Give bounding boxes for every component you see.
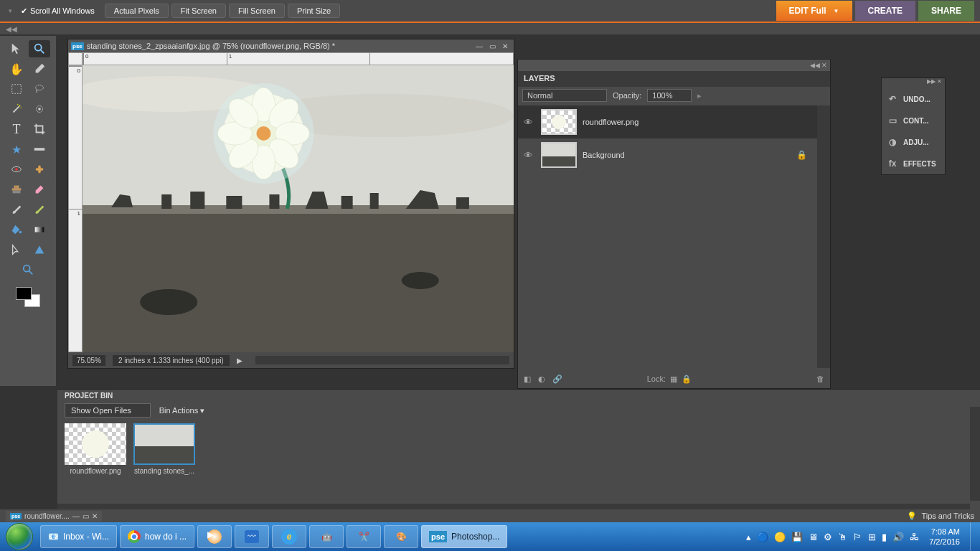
layer-row[interactable]: 👁 Background 🔒 bbox=[518, 138, 817, 171]
tray-icon[interactable]: 🔵 bbox=[757, 532, 768, 542]
print-size-button[interactable]: Print Size bbox=[288, 4, 340, 18]
tray-flag-icon[interactable]: 🏳 bbox=[853, 532, 862, 542]
adjustments-tab[interactable]: ◑ADJU... bbox=[882, 131, 945, 153]
vertical-ruler[interactable]: 01 bbox=[68, 65, 83, 352]
restore-icon[interactable]: ▭ bbox=[83, 512, 89, 520]
show-desktop-button[interactable] bbox=[970, 522, 980, 551]
redeye-tool[interactable] bbox=[6, 161, 27, 178]
hand-tool[interactable]: ✋ bbox=[6, 60, 27, 77]
panel-close-icon[interactable]: ✕ bbox=[821, 62, 827, 69]
taskbar-item-app1[interactable]: 〰 bbox=[235, 525, 269, 548]
layer-row[interactable]: 👁 roundflower.png bbox=[518, 105, 817, 138]
taskbar-item-outlook[interactable]: 📧Inbox - Wi... bbox=[40, 525, 117, 548]
tray-expand-icon[interactable]: ▴ bbox=[746, 532, 751, 542]
cookie-cutter-tool[interactable]: ★ bbox=[6, 141, 27, 158]
scroll-all-checkbox[interactable]: ✔ Scroll All Windows bbox=[18, 6, 102, 16]
adjustment-layer-icon[interactable]: ◐ bbox=[538, 375, 545, 384]
eyedropper-tool[interactable] bbox=[29, 60, 50, 77]
minimize-icon[interactable]: — bbox=[473, 41, 485, 51]
visibility-icon[interactable]: 👁 bbox=[521, 150, 535, 161]
lasso-tool[interactable] bbox=[29, 80, 50, 98]
bin-vertical-scrollbar[interactable] bbox=[970, 407, 980, 501]
actual-pixels-button[interactable]: Actual Pixels bbox=[105, 4, 169, 18]
move-tool[interactable] bbox=[6, 40, 27, 57]
type-tool[interactable]: T bbox=[6, 121, 27, 138]
content-tab[interactable]: ▭CONT... bbox=[882, 110, 945, 131]
lock-all-icon[interactable]: 🔒 bbox=[682, 375, 692, 384]
layer-name[interactable]: Background bbox=[583, 151, 791, 159]
lock-transparent-icon[interactable]: ▦ bbox=[670, 375, 677, 384]
layers-scrollbar[interactable] bbox=[817, 105, 830, 368]
undo-history-tab[interactable]: ↶UNDO... bbox=[882, 88, 945, 110]
tray-icon[interactable]: 🟡 bbox=[774, 532, 786, 542]
link-layers-icon[interactable]: 🔗 bbox=[552, 375, 562, 384]
zoom-field[interactable]: 75.05% bbox=[72, 355, 105, 366]
opacity-menu-icon[interactable]: ▸ bbox=[697, 91, 702, 100]
ruler-origin[interactable] bbox=[68, 52, 83, 65]
panel-collapse-icon[interactable]: ◀◀ bbox=[810, 62, 820, 69]
healing-brush-tool[interactable] bbox=[29, 161, 50, 178]
doc-info[interactable]: 2 inches x 1.333 inches (400 ppi) bbox=[113, 355, 230, 366]
clone-stamp-tool[interactable] bbox=[6, 181, 27, 198]
layer-name[interactable]: roundflower.png bbox=[583, 118, 814, 126]
layer-thumbnail[interactable] bbox=[541, 109, 577, 135]
color-picker[interactable] bbox=[16, 287, 40, 307]
tray-volume-icon[interactable]: 🔊 bbox=[892, 532, 904, 542]
blend-mode-select[interactable]: Normal bbox=[522, 89, 607, 102]
bin-actions-menu[interactable]: Bin Actions ▾ bbox=[159, 406, 204, 415]
min-icon[interactable]: — bbox=[72, 512, 80, 520]
document-titlebar[interactable]: pse standing stones_2_zpsaaianfgx.jpg @ … bbox=[68, 39, 514, 52]
tray-icon[interactable]: 🖥 bbox=[809, 532, 818, 542]
tray-network-icon[interactable]: 🖧 bbox=[910, 532, 919, 542]
zoom-tool[interactable] bbox=[29, 40, 50, 57]
bin-thumbnail[interactable]: standing stones_... bbox=[133, 423, 195, 475]
maximize-icon[interactable]: ▭ bbox=[486, 41, 498, 51]
arrange-left-icon[interactable]: ◀◀ bbox=[6, 25, 17, 33]
create-button[interactable]: CREATE bbox=[855, 1, 915, 21]
close-icon[interactable]: ✕ bbox=[92, 512, 98, 520]
options-menu-arrow[interactable]: ▾ bbox=[6, 7, 15, 14]
taskbar-clock[interactable]: 7:08 AM7/2/2016 bbox=[925, 527, 964, 547]
info-menu-icon[interactable]: ▶ bbox=[237, 357, 242, 364]
tray-window-icon[interactable]: ⊞ bbox=[868, 532, 876, 542]
minimized-doc-tab[interactable]: pseroundflower.... — ▭ ✕ bbox=[6, 511, 102, 522]
fit-screen-button[interactable]: Fit Screen bbox=[171, 4, 226, 18]
tips-and-tricks[interactable]: 💡Tips and Tricks bbox=[907, 512, 974, 521]
new-layer-icon[interactable]: ◧ bbox=[524, 375, 531, 384]
fill-screen-button[interactable]: Fill Screen bbox=[229, 4, 285, 18]
close-icon[interactable]: ✕ bbox=[499, 41, 511, 51]
crop-tool[interactable] bbox=[29, 121, 50, 138]
edit-full-button[interactable]: EDIT Full▼ bbox=[776, 1, 852, 21]
taskbar-item-snip[interactable]: ✂️ bbox=[347, 525, 381, 548]
taskbar-item-app2[interactable]: 🤖 bbox=[309, 525, 344, 548]
magic-wand-tool[interactable] bbox=[6, 100, 27, 118]
taskbar-item-paint[interactable]: 🎨 bbox=[384, 525, 418, 548]
tray-icon[interactable]: 💾 bbox=[791, 532, 803, 542]
horizontal-scrollbar[interactable] bbox=[255, 356, 509, 364]
horizontal-ruler[interactable]: 01 bbox=[83, 52, 514, 65]
marquee-tool[interactable] bbox=[6, 80, 27, 98]
opacity-field[interactable]: 100% bbox=[647, 89, 692, 102]
taskbar-item-media-player[interactable]: ▶ bbox=[197, 525, 232, 548]
tray-icon[interactable]: ⚙ bbox=[824, 532, 832, 542]
layer-thumbnail[interactable] bbox=[541, 142, 577, 168]
panel-close-icon[interactable]: ✕ bbox=[937, 78, 942, 88]
gradient-tool[interactable] bbox=[29, 221, 50, 238]
tray-icon[interactable]: 🖱 bbox=[838, 532, 847, 542]
eraser-tool[interactable] bbox=[29, 181, 50, 198]
brush-tool[interactable] bbox=[6, 201, 27, 218]
taskbar-item-chrome[interactable]: how do i ... bbox=[120, 525, 194, 548]
effects-tab[interactable]: fxEFFECTS bbox=[882, 153, 945, 174]
visibility-icon[interactable]: 👁 bbox=[521, 117, 535, 128]
taskbar-item-photoshop[interactable]: psePhotoshop... bbox=[421, 525, 507, 548]
foreground-color[interactable] bbox=[16, 287, 32, 300]
canvas[interactable] bbox=[83, 65, 514, 352]
share-button[interactable]: SHARE bbox=[918, 1, 974, 21]
smart-brush-tool[interactable] bbox=[29, 201, 50, 218]
sponge-tool[interactable] bbox=[17, 261, 39, 278]
paint-bucket-tool[interactable] bbox=[6, 221, 27, 238]
shape-select-tool[interactable] bbox=[6, 241, 27, 258]
shape-tool[interactable] bbox=[29, 241, 50, 258]
bin-filter-select[interactable]: Show Open Files bbox=[65, 403, 151, 418]
taskbar-item-ie[interactable]: e bbox=[272, 525, 306, 548]
